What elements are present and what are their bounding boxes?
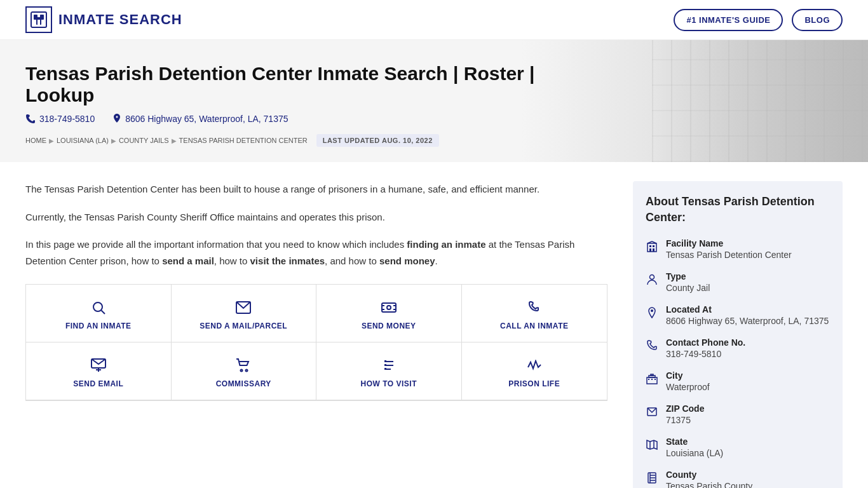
phone-about-icon xyxy=(646,339,658,351)
svg-point-17 xyxy=(241,370,243,372)
svg-rect-29 xyxy=(653,248,654,252)
state-content: State Louisiana (LA) xyxy=(666,437,723,458)
desc-mid2: , how to xyxy=(214,255,250,266)
located-at-content: Located At 8606 Highway 65, Waterproof, … xyxy=(666,304,829,326)
action-grid: FIND AN INMATE SEND A MAIL/PARCEL xyxy=(25,284,607,401)
state-value: Louisiana (LA) xyxy=(666,448,723,458)
call-inmate-label: CALL AN INMATE xyxy=(500,322,568,330)
facility-name-label: Facility Name xyxy=(666,238,792,248)
location-icon xyxy=(112,114,121,124)
map-icon xyxy=(646,438,658,451)
site-header: INMATE SEARCH #1 INMATE'S GUIDE BLOG xyxy=(0,0,868,40)
about-zip: ZIP Code 71375 xyxy=(646,403,830,425)
facility-name-content: Facility Name Tensas Parish Detention Ce… xyxy=(666,238,792,260)
phone-meta: 318-749-5810 xyxy=(25,114,95,124)
desc-bold3: visit the inmates xyxy=(250,255,325,266)
last-updated-badge: LAST UPDATED AUG. 10, 2022 xyxy=(316,134,439,147)
action-send-email[interactable]: SEND EMAIL xyxy=(26,342,172,400)
address-meta: 8606 Highway 65, Waterproof, LA, 71375 xyxy=(112,114,288,124)
svg-point-33 xyxy=(651,309,653,312)
about-title: About Tensas Parish Detention Center: xyxy=(646,194,830,226)
about-phone: Contact Phone No. 318-749-5810 xyxy=(646,337,830,359)
county-content: County Tensas Parish County xyxy=(666,470,752,488)
svg-rect-23 xyxy=(384,364,386,366)
find-inmate-label: FIND AN INMATE xyxy=(65,322,132,330)
svg-rect-25 xyxy=(648,243,656,252)
state-label: State xyxy=(666,437,723,447)
type-content: Type County Jail xyxy=(666,271,710,293)
wave-icon xyxy=(527,356,542,373)
about-box: About Tensas Parish Detention Center: Fa… xyxy=(633,181,843,488)
send-money-label: SEND MONEY xyxy=(362,322,416,330)
svg-point-32 xyxy=(650,274,654,279)
breadcrumb-louisiana[interactable]: LOUISIANA (LA) xyxy=(57,137,109,144)
desc-bold1: finding an inmate xyxy=(407,239,485,250)
send-mail-label: SEND A MAIL/PARCEL xyxy=(200,322,287,330)
county-label: County xyxy=(666,470,752,480)
breadcrumb-home[interactable]: HOME xyxy=(25,137,46,144)
description-para1: The Tensas Parish Detention Center has b… xyxy=(25,181,607,198)
about-city: City Waterproof xyxy=(646,370,830,392)
svg-marker-41 xyxy=(647,440,657,449)
city-value: Waterproof xyxy=(666,382,710,392)
action-commissary[interactable]: COMMISSARY xyxy=(172,342,317,400)
content-left: The Tensas Parish Detention Center has b… xyxy=(25,181,633,401)
svg-rect-22 xyxy=(384,360,386,362)
phone-call-icon xyxy=(527,299,541,315)
action-call-inmate[interactable]: CALL AN INMATE xyxy=(462,285,607,342)
svg-rect-38 xyxy=(651,379,653,380)
desc-bold4: send money xyxy=(379,255,435,266)
svg-rect-39 xyxy=(654,379,656,380)
breadcrumb-sep-2: ▶ xyxy=(111,137,116,144)
cart-icon xyxy=(236,356,251,373)
description-para3: In this page we provide all the importan… xyxy=(25,236,607,269)
breadcrumb-county-jails[interactable]: COUNTY JAILS xyxy=(119,137,169,144)
description-para2: Currently, the Tensas Parish County Sher… xyxy=(25,209,607,226)
mail-icon xyxy=(236,299,251,315)
city-icon xyxy=(646,372,658,384)
address: 8606 Highway 65, Waterproof, LA, 71375 xyxy=(125,114,288,124)
phone-number: 318-749-5810 xyxy=(39,114,95,124)
desc-mid3: , and how to xyxy=(325,255,379,266)
phone-label: Contact Phone No. xyxy=(666,337,745,348)
action-how-to-visit[interactable]: HOW TO VISIT xyxy=(316,342,462,400)
phone-content: Contact Phone No. 318-749-5810 xyxy=(666,337,745,359)
svg-rect-24 xyxy=(384,368,386,370)
hero-section: Tensas Parish Detention Center Inmate Se… xyxy=(0,40,868,162)
money-icon xyxy=(381,299,397,315)
county-value: Tensas Parish County xyxy=(666,481,752,488)
hero-background xyxy=(652,40,868,162)
prison-life-label: PRISON LIFE xyxy=(508,379,560,388)
action-send-money[interactable]: SEND MONEY xyxy=(316,285,462,342)
page-title: Tensas Parish Detention Center Inmate Se… xyxy=(25,63,546,106)
svg-rect-27 xyxy=(653,245,654,247)
zip-value: 71375 xyxy=(666,415,704,425)
inmates-guide-button[interactable]: #1 INMATE'S GUIDE xyxy=(674,9,783,31)
blog-button[interactable]: BLOG xyxy=(792,9,843,31)
action-send-mail[interactable]: SEND A MAIL/PARCEL xyxy=(172,285,317,342)
person-icon xyxy=(646,273,658,285)
city-content: City Waterproof xyxy=(666,370,710,392)
building-icon xyxy=(646,240,658,252)
book-icon xyxy=(646,471,658,484)
svg-rect-8 xyxy=(382,303,396,312)
about-located-at: Located At 8606 Highway 65, Waterproof, … xyxy=(646,304,830,326)
commissary-label: COMMISSARY xyxy=(216,379,271,388)
main-content: The Tensas Parish Detention Center has b… xyxy=(0,162,868,488)
type-value: County Jail xyxy=(666,283,710,293)
svg-rect-4 xyxy=(37,20,40,25)
action-find-inmate[interactable]: FIND AN INMATE xyxy=(26,285,172,342)
breadcrumb-sep-3: ▶ xyxy=(172,137,177,144)
logo-area[interactable]: INMATE SEARCH xyxy=(25,6,182,33)
list-icon xyxy=(382,356,396,373)
search-icon xyxy=(91,299,106,315)
svg-rect-34 xyxy=(647,377,657,384)
about-county: County Tensas Parish County xyxy=(646,470,830,488)
facility-name-value: Tensas Parish Detention Center xyxy=(666,250,792,260)
desc-bold2: send a mail xyxy=(162,255,214,266)
description: The Tensas Parish Detention Center has b… xyxy=(25,181,607,269)
svg-point-18 xyxy=(246,370,248,372)
svg-point-5 xyxy=(93,302,102,311)
located-at-value: 8606 Highway 65, Waterproof, LA, 71375 xyxy=(666,316,829,326)
action-prison-life[interactable]: PRISON LIFE xyxy=(462,342,607,400)
